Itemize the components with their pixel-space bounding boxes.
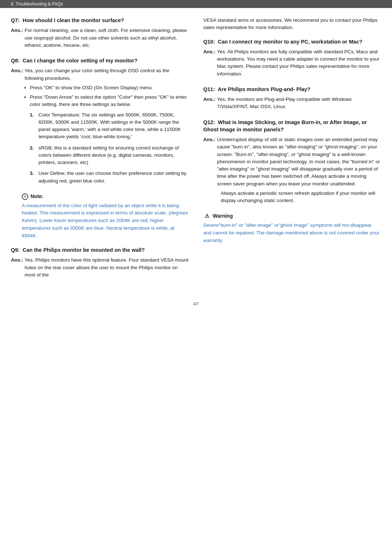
page-number: 47 (0, 301, 392, 314)
q11-answer: Ans.: Yes, the monitors are Plug-and-Pla… (203, 96, 381, 111)
page-number-text: 47 (193, 301, 199, 307)
q11-ans-label: Ans.: (203, 96, 216, 111)
q12-ans-p1-text: Uninterrupted display of still or static… (217, 136, 381, 188)
q11-block: Q11: Are Philips monitors Plug-and- Play… (203, 86, 381, 111)
q7-ans-text: For normal cleaning, use a clean, soft c… (25, 27, 189, 49)
q8-ans-intro-text: Yes, you can change your color setting t… (25, 67, 189, 82)
q12-ans-label: Ans.: (203, 136, 216, 188)
note-header-text: Note: (30, 193, 44, 201)
note-text: A measurement of the color of light radi… (22, 202, 189, 240)
q10-block: Q10: Can I connect my monitor to any PC,… (203, 38, 381, 78)
q12-question: Q12: What is Image Sticking, or Image Bu… (203, 119, 381, 134)
note-block: ≡ Note: A measurement of the color of li… (22, 193, 189, 240)
q10-label: Q10: (203, 39, 215, 45)
q12-answer-p1: Ans.: Uninterrupted display of still or … (203, 136, 381, 188)
q7-label: Q7: (11, 17, 20, 23)
q10-question: Q10: Can I connect my monitor to any PC,… (203, 38, 381, 45)
num-3-text: User Define; the user can choose his/her… (38, 170, 189, 185)
q9-ans-label: Ans.: (11, 257, 23, 279)
note-header: ≡ Note: (22, 193, 189, 201)
q8-block: Q8: Can I change the color setting of my… (11, 57, 189, 185)
list-item: 2. sRGB; this is a standard setting for … (30, 144, 189, 167)
q10-text: Can I connect my monitor to any PC, work… (218, 39, 362, 45)
q11-question: Q11: Are Philips monitors Plug-and- Play… (203, 86, 381, 93)
list-item: 3. User Define; the user can choose his/… (30, 170, 189, 185)
num-2: 2. (30, 144, 36, 167)
q8-answer-intro: Ans.: Yes, you can change your color set… (11, 67, 189, 82)
warning-header-text: Warning (213, 212, 233, 220)
q10-ans-text: Yes. All Philips monitors are fully comp… (217, 48, 381, 78)
list-item: Press "Down Arrow" to select the option … (30, 94, 189, 108)
q8-ans-label: Ans.: (11, 67, 23, 82)
q10-answer: Ans.: Yes. All Philips monitors are full… (203, 48, 381, 78)
num-1-text: Color Temperature; The six settings are … (38, 111, 189, 141)
q9-continuation: VESA standard arms or accessories. We re… (203, 17, 381, 32)
q8-bullet-list: Press "OK" to show the OSD (On Screen Di… (11, 84, 189, 108)
q11-label: Q11: (203, 86, 215, 92)
num-2-text: sRGB; this is a standard setting for ens… (38, 144, 189, 167)
warning-header: ⚠ Warning (203, 212, 381, 220)
warning-block: ⚠ Warning Severe"burn-in" or "after-imag… (203, 212, 381, 244)
num-1: 1. (30, 111, 36, 141)
note-icon: ≡ (22, 193, 28, 200)
page-container: 8. Troubleshooting & FAQs Q7: How should… (0, 0, 392, 554)
q7-text: How should I clean the monitor surface? (23, 17, 124, 23)
warning-icon: ⚠ (203, 213, 211, 220)
q12-text: What is Image Sticking, or Image Burn-in… (203, 119, 367, 132)
q11-ans-text: Yes, the monitors are Plug-and-Play comp… (217, 96, 381, 111)
q9-text: Can the Philips monitor be mounted on th… (23, 247, 145, 253)
content-area: Q7: How should I clean the monitor surfa… (0, 17, 392, 287)
breadcrumb-text: 8. Troubleshooting & FAQs (11, 1, 63, 7)
q7-block: Q7: How should I clean the monitor surfa… (11, 17, 189, 49)
q9-block: Q9: Can the Philips monitor be mounted o… (11, 246, 189, 279)
right-column: VESA standard arms or accessories. We re… (203, 17, 381, 287)
warning-text: Severe"burn-in" or "after-image" or"ghos… (203, 222, 381, 245)
q9-label: Q9: (11, 247, 20, 253)
left-column: Q7: How should I clean the monitor surfa… (11, 17, 189, 287)
num-3: 3. (30, 170, 36, 185)
q12-label: Q12: (203, 119, 215, 125)
q11-text: Are Philips monitors Plug-and- Play? (218, 86, 310, 92)
list-item: Press "OK" to show the OSD (On Screen Di… (30, 84, 189, 91)
q9-answer: Ans.: Yes. Philips monitors have this op… (11, 257, 189, 279)
q9-ans-text: Yes. Philips monitors have this optional… (25, 257, 189, 279)
q8-label: Q8: (11, 58, 20, 63)
q10-ans-label: Ans.: (203, 48, 216, 78)
q7-ans-label: Ans.: (11, 27, 23, 49)
q8-question: Q8: Can I change the color setting of my… (11, 57, 189, 64)
breadcrumb: 8. Troubleshooting & FAQs (0, 0, 392, 8)
q7-question: Q7: How should I clean the monitor surfa… (11, 17, 189, 24)
list-item: 1. Color Temperature; The six settings a… (30, 111, 189, 141)
q8-text: Can I change the color setting of my mon… (23, 58, 138, 63)
q9-question: Q9: Can the Philips monitor be mounted o… (11, 246, 189, 254)
q7-answer: Ans.: For normal cleaning, use a clean, … (11, 27, 189, 49)
q12-block: Q12: What is Image Sticking, or Image Bu… (203, 119, 381, 205)
q12-ans-p2-text: Always activate a periodic screen refres… (203, 190, 381, 205)
q8-numbered-list: 1. Color Temperature; The six settings a… (11, 111, 189, 185)
